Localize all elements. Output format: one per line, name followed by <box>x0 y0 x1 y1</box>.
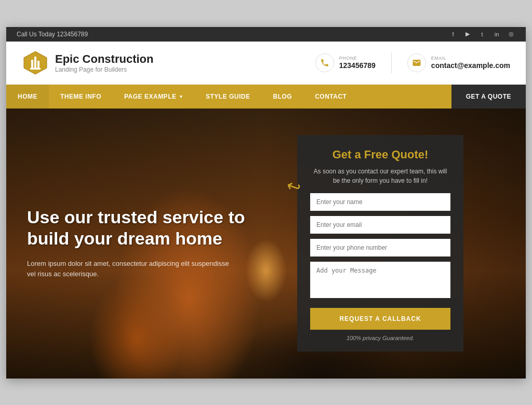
svg-rect-1 <box>31 60 33 69</box>
name-input[interactable] <box>310 193 450 211</box>
svg-rect-3 <box>37 61 39 69</box>
phone-number: 123456789 <box>339 61 376 70</box>
name-field-wrapper <box>310 193 450 211</box>
hero-text: Use our trusted service to build your dr… <box>27 207 276 280</box>
youtube-icon[interactable]: ▶ <box>463 30 472 38</box>
email-input[interactable] <box>310 216 450 234</box>
phone-icon <box>320 58 329 68</box>
svg-rect-4 <box>30 68 41 70</box>
logo[interactable]: Epic Construction Landing Page for Build… <box>22 49 153 76</box>
email-icon <box>412 58 421 68</box>
privacy-note: 100% privacy Guaranteed. <box>310 335 450 341</box>
dropdown-chevron: ▾ <box>180 94 183 99</box>
hero-body: Lorem ipsum dolor sit amet, consectetur … <box>27 259 235 280</box>
social-links: f ▶ t in ◎ <box>449 30 515 38</box>
email-label: EMAIL <box>431 56 510 61</box>
phone-info: PHONE 123456789 <box>339 56 376 70</box>
phone-label: PHONE <box>339 56 376 61</box>
company-name: Epic Construction <box>55 52 153 66</box>
linkedin-icon[interactable]: in <box>493 30 501 38</box>
arrow-decoration: ↩ <box>284 175 303 198</box>
nav-theme-info[interactable]: THEME INFO <box>49 85 113 109</box>
nav-style-guide[interactable]: STYLE GUIDE <box>194 85 262 109</box>
phone-icon-circle <box>315 53 334 72</box>
logo-text: Epic Construction Landing Page for Build… <box>55 52 153 73</box>
phone-input[interactable] <box>310 239 450 256</box>
contact-divider <box>391 52 392 73</box>
nav-home[interactable]: HOME <box>6 85 49 109</box>
message-input[interactable] <box>310 262 450 298</box>
twitter-icon[interactable]: t <box>478 30 486 38</box>
hero-section: Use our trusted service to build your dr… <box>6 109 526 379</box>
logo-icon <box>22 49 49 76</box>
email-address: contact@example.com <box>431 61 510 70</box>
topbar-phone: Call Us Today 123456789 <box>17 31 88 38</box>
form-subtitle: As soon as you contact our expert team, … <box>310 167 450 185</box>
top-bar: Call Us Today 123456789 f ▶ t in ◎ <box>6 27 526 42</box>
nav-get-quote[interactable]: GET A QUOTE <box>451 85 526 109</box>
phone-field-wrapper <box>310 239 450 256</box>
company-tagline: Landing Page for Builders <box>55 66 153 73</box>
browser-frame: Call Us Today 123456789 f ▶ t in ◎ Epic … <box>6 27 526 379</box>
nav-blog[interactable]: BLOG <box>261 85 303 109</box>
message-field-wrapper <box>310 262 450 300</box>
hero-content: Use our trusted service to build your dr… <box>6 109 526 379</box>
nav-contact[interactable]: CONTACT <box>303 85 358 109</box>
phone-contact: PHONE 123456789 <box>315 53 376 72</box>
main-nav: HOME THEME INFO PAGE EXAMPLE ▾ STYLE GUI… <box>6 85 526 109</box>
svg-rect-2 <box>34 57 36 69</box>
header-contact: PHONE 123456789 EMAIL contact@example.co… <box>315 52 510 73</box>
quote-form: ↩ Get a Free Quote! As soon as you conta… <box>297 135 463 352</box>
email-field-wrapper <box>310 216 450 234</box>
email-contact: EMAIL contact@example.com <box>407 53 510 72</box>
nav-page-example[interactable]: PAGE EXAMPLE ▾ <box>113 85 194 109</box>
email-info: EMAIL contact@example.com <box>431 56 510 70</box>
instagram-icon[interactable]: ◎ <box>507 30 515 38</box>
form-title: Get a Free Quote! <box>310 148 450 161</box>
site-header: Epic Construction Landing Page for Build… <box>6 42 526 85</box>
facebook-icon[interactable]: f <box>449 30 457 38</box>
submit-button[interactable]: REQUEST A CALLBACK <box>310 308 450 330</box>
hero-heading: Use our trusted service to build your dr… <box>27 207 276 249</box>
email-icon-circle <box>407 53 426 72</box>
